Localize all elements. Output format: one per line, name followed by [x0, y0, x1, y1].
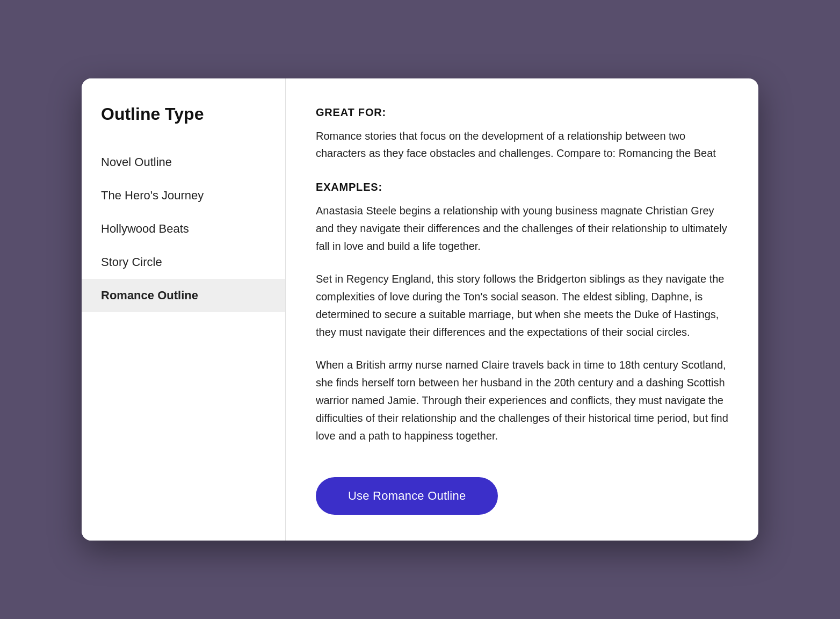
examples-label: EXAMPLES: [316, 181, 728, 193]
sidebar-title: Outline Type [82, 104, 285, 146]
sidebar-item-hollywood-beats[interactable]: Hollywood Beats [82, 212, 285, 246]
example-text-3: When a British army nurse named Claire t… [316, 356, 728, 445]
great-for-label: GREAT FOR: [316, 106, 728, 119]
sidebar-item-heros-journey[interactable]: The Hero's Journey [82, 179, 285, 212]
examples-section: EXAMPLES: Anastasia Steele begins a rela… [316, 181, 728, 460]
great-for-section: GREAT FOR: Romance stories that focus on… [316, 106, 728, 181]
sidebar-item-novel-outline[interactable]: Novel Outline [82, 146, 285, 179]
sidebar-item-story-circle[interactable]: Story Circle [82, 246, 285, 279]
examples-list: Anastasia Steele begins a relationship w… [316, 202, 728, 445]
use-outline-button[interactable]: Use Romance Outline [316, 477, 498, 515]
example-text-1: Anastasia Steele begins a relationship w… [316, 202, 728, 255]
outline-type-sidebar: Outline Type Novel OutlineThe Hero's Jou… [82, 78, 286, 541]
sidebar-nav: Novel OutlineThe Hero's JourneyHollywood… [82, 146, 285, 312]
content-area: GREAT FOR: Romance stories that focus on… [286, 78, 758, 541]
modal-dialog: Outline Type Novel OutlineThe Hero's Jou… [82, 78, 758, 541]
sidebar-item-romance-outline[interactable]: Romance Outline [82, 279, 285, 312]
example-text-2: Set in Regency England, this story follo… [316, 270, 728, 341]
great-for-text: Romance stories that focus on the develo… [316, 127, 728, 162]
